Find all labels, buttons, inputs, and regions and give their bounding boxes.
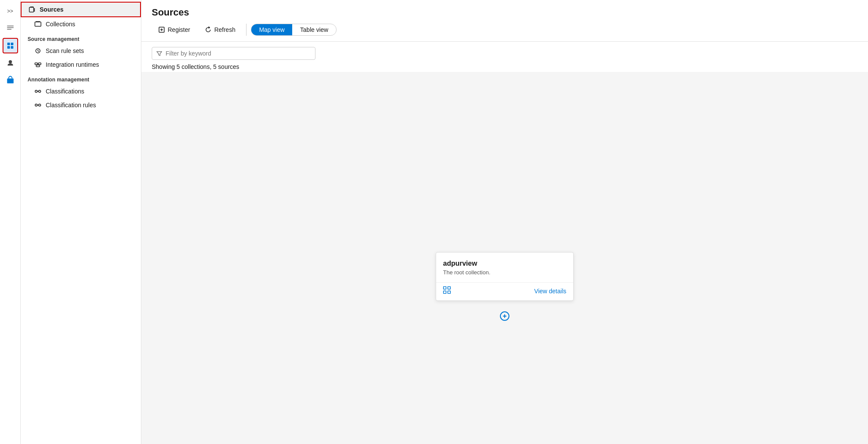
map-area[interactable]: adpurview The root collection. View deta… — [141, 72, 868, 444]
collection-card: adpurview The root collection. View deta… — [436, 252, 574, 301]
sidebar-item-classifications[interactable]: Classifications — [21, 84, 141, 98]
view-details-link[interactable]: View details — [534, 287, 566, 294]
data-catalog-icon — [6, 41, 15, 50]
svg-rect-7 — [35, 22, 41, 26]
source-management-section: Source management — [21, 31, 141, 44]
main-header: Sources Register Refresh Map — [141, 0, 868, 42]
expand-icon[interactable] — [500, 311, 510, 321]
sidebar: Sources Collections Source management Sc… — [21, 0, 141, 444]
card-title: adpurview — [443, 260, 566, 267]
home-icon-button[interactable] — [3, 21, 18, 36]
card-footer: View details — [436, 283, 573, 301]
map-view-button[interactable]: Map view — [251, 24, 292, 35]
icon-rail: >> — [0, 0, 21, 444]
classification-rules-icon — [34, 102, 41, 109]
collections-icon — [34, 21, 41, 28]
home-icon — [6, 24, 15, 33]
sidebar-item-collections-label: Collections — [46, 21, 75, 28]
main-content: Sources Register Refresh Map — [141, 0, 868, 444]
svg-rect-11 — [36, 65, 40, 67]
sidebar-item-classification-rules-label: Classification rules — [46, 102, 96, 109]
table-view-button[interactable]: Table view — [292, 24, 336, 35]
svg-rect-9 — [35, 63, 37, 65]
sidebar-item-sources[interactable]: Sources — [21, 2, 141, 17]
sidebar-item-integration-runtimes[interactable]: Integration runtimes — [21, 58, 141, 71]
svg-point-4 — [9, 60, 12, 64]
svg-point-14 — [35, 104, 37, 106]
svg-rect-1 — [11, 43, 13, 45]
sources-icon — [28, 6, 35, 13]
annotation-management-section: Annotation management — [21, 71, 141, 84]
svg-point-15 — [39, 104, 41, 106]
sidebar-item-scan-rule-sets-label: Scan rule sets — [46, 47, 84, 54]
filter-input-wrap — [152, 47, 315, 60]
integration-runtimes-icon — [34, 61, 41, 68]
collapse-rail-button[interactable]: >> — [3, 3, 18, 19]
filter-icon — [156, 50, 162, 56]
svg-rect-20 — [448, 291, 450, 294]
sidebar-item-sources-label: Sources — [40, 6, 63, 13]
page-title: Sources — [152, 7, 858, 18]
management-icon-button[interactable] — [3, 72, 18, 88]
register-button[interactable]: Register — [152, 23, 197, 36]
svg-rect-19 — [443, 291, 446, 294]
register-icon — [158, 26, 165, 33]
svg-point-13 — [39, 90, 41, 93]
refresh-icon — [205, 26, 212, 33]
card-grid-icon — [443, 286, 451, 295]
svg-rect-17 — [443, 287, 446, 289]
view-toggle: Map view Table view — [251, 24, 337, 36]
filter-bar — [141, 42, 868, 60]
register-label: Register — [168, 26, 190, 33]
svg-point-12 — [35, 90, 37, 93]
plus-circle-icon — [500, 311, 510, 321]
scan-rule-sets-icon — [34, 47, 41, 54]
svg-rect-2 — [7, 46, 10, 49]
sidebar-item-classifications-label: Classifications — [46, 88, 84, 95]
refresh-button[interactable]: Refresh — [198, 23, 242, 36]
management-icon — [6, 76, 15, 84]
card-body: adpurview The root collection. — [436, 253, 573, 279]
card-subtitle: The root collection. — [443, 269, 566, 276]
sidebar-item-scan-rule-sets[interactable]: Scan rule sets — [21, 44, 141, 58]
insights-icon — [6, 59, 15, 67]
classifications-icon — [34, 88, 41, 95]
svg-rect-6 — [29, 7, 34, 12]
svg-rect-5 — [7, 78, 13, 83]
sidebar-item-integration-runtimes-label: Integration runtimes — [46, 61, 99, 68]
toolbar-divider — [246, 24, 247, 36]
insights-icon-button[interactable] — [3, 55, 18, 71]
svg-rect-0 — [7, 43, 10, 45]
data-icon-button[interactable] — [3, 38, 18, 53]
refresh-label: Refresh — [214, 26, 235, 33]
svg-rect-3 — [11, 46, 13, 49]
sidebar-item-classification-rules[interactable]: Classification rules — [21, 98, 141, 112]
svg-rect-10 — [38, 63, 41, 65]
showing-text: Showing 5 collections, 5 sources — [141, 60, 868, 72]
toolbar: Register Refresh Map view Table view — [152, 23, 858, 36]
sidebar-item-collections[interactable]: Collections — [21, 17, 141, 31]
svg-rect-18 — [448, 287, 450, 289]
filter-input[interactable] — [165, 50, 311, 57]
